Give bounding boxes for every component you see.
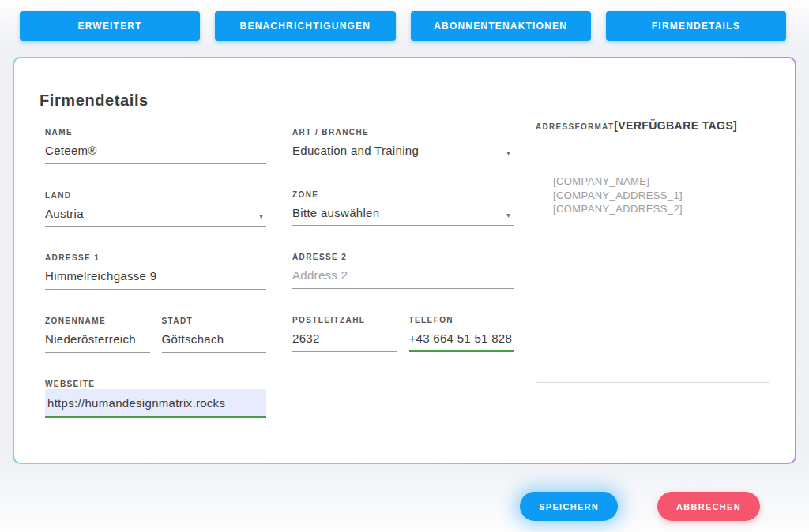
address2-label: ADRESSE 2 bbox=[292, 253, 514, 262]
zone-label: ZONE bbox=[292, 190, 514, 200]
field-zonename: ZONENNAME bbox=[45, 317, 150, 353]
branch-select-value: Education and Training bbox=[292, 144, 419, 157]
city-input[interactable] bbox=[162, 326, 267, 353]
tab-erweitert[interactable]: ERWEITERT bbox=[20, 11, 200, 41]
company-details-card: Firmendetails NAME LAND Austria ▾ ADRESS… bbox=[13, 57, 796, 464]
tag-company-address-2: [COMPANY_ADDRESS_2] bbox=[553, 202, 761, 216]
field-website: WEBSEITE bbox=[45, 380, 266, 418]
address-format-textarea[interactable]: [COMPANY_NAME] [COMPANY_ADDRESS_1] [COMP… bbox=[536, 140, 769, 383]
address1-label: ADRESSE 1 bbox=[45, 253, 266, 263]
tab-benachrichtigungen[interactable]: BENACHRICHTIGUNGEN bbox=[215, 11, 395, 41]
name-input[interactable] bbox=[45, 137, 266, 164]
city-label: STADT bbox=[162, 317, 267, 326]
zonename-city-row: ZONENNAME STADT bbox=[45, 317, 266, 380]
form-column-right: ART / BRANCHE Education and Training ▾ Z… bbox=[292, 128, 514, 379]
name-label: NAME bbox=[45, 128, 266, 137]
zone-select-value: Bitte auswählen bbox=[292, 206, 379, 219]
chevron-down-icon: ▾ bbox=[259, 212, 266, 220]
address-format-panel: ADRESSFORMAT[VERFÜGBARE TAGS] [COMPANY_N… bbox=[536, 118, 769, 383]
address1-input[interactable] bbox=[45, 263, 266, 290]
field-branch: ART / BRANCHE Education and Training ▾ bbox=[292, 128, 514, 163]
tab-firmendetails[interactable]: FIRMENDETAILS bbox=[606, 11, 786, 41]
field-country: LAND Austria ▾ bbox=[45, 191, 266, 227]
zone-select[interactable]: Bitte auswählen ▾ bbox=[292, 200, 514, 226]
chevron-down-icon: ▾ bbox=[506, 212, 514, 219]
address-format-label: ADRESSFORMAT bbox=[536, 122, 614, 131]
tag-company-name: [COMPANY_NAME] bbox=[553, 174, 761, 189]
country-select-value: Austria bbox=[45, 207, 84, 220]
tab-abonnentenaktionen[interactable]: ABONNENTENAKTIONEN bbox=[411, 11, 591, 41]
branch-select[interactable]: Education and Training ▾ bbox=[292, 137, 514, 163]
page-title: Firmendetails bbox=[40, 92, 149, 110]
field-name: NAME bbox=[45, 128, 266, 164]
form-actions: SPEICHERN ABBRECHEN bbox=[520, 492, 760, 521]
cancel-button[interactable]: ABBRECHEN bbox=[657, 492, 760, 521]
address-format-header: ADRESSFORMAT[VERFÜGBARE TAGS] bbox=[536, 118, 769, 133]
website-input[interactable] bbox=[45, 389, 266, 418]
postcode-phone-row: POSTLEITZAHL TELEFON bbox=[292, 316, 514, 379]
field-postcode: POSTLEITZAHL bbox=[292, 316, 397, 352]
chevron-down-icon: ▾ bbox=[506, 149, 514, 157]
field-city: STADT bbox=[162, 317, 267, 353]
field-phone: TELEFON bbox=[409, 316, 514, 352]
zonename-input[interactable] bbox=[45, 326, 150, 353]
postcode-label: POSTLEITZAHL bbox=[292, 316, 397, 325]
phone-input[interactable] bbox=[409, 325, 514, 352]
tag-company-address-1: [COMPANY_ADDRESS_1] bbox=[553, 189, 761, 203]
postcode-input[interactable] bbox=[292, 325, 397, 352]
country-label: LAND bbox=[45, 191, 266, 200]
address2-input[interactable] bbox=[292, 262, 514, 289]
available-tags-label: [VERFÜGBARE TAGS] bbox=[614, 119, 737, 132]
branch-label: ART / BRANCHE bbox=[292, 128, 514, 137]
website-label: WEBSEITE bbox=[45, 380, 266, 389]
field-zone: ZONE Bitte auswählen ▾ bbox=[292, 190, 514, 226]
field-address2: ADRESSE 2 bbox=[292, 253, 514, 289]
country-select[interactable]: Austria ▾ bbox=[45, 200, 266, 227]
tab-bar: ERWEITERT BENACHRICHTIGUNGEN ABONNENTENA… bbox=[20, 11, 786, 41]
save-button[interactable]: SPEICHERN bbox=[520, 492, 618, 521]
phone-label: TELEFON bbox=[409, 316, 514, 325]
field-address1: ADRESSE 1 bbox=[45, 253, 266, 290]
form-column-left: NAME LAND Austria ▾ ADRESSE 1 ZONENNAME … bbox=[45, 128, 266, 444]
zonename-label: ZONENNAME bbox=[45, 317, 150, 326]
